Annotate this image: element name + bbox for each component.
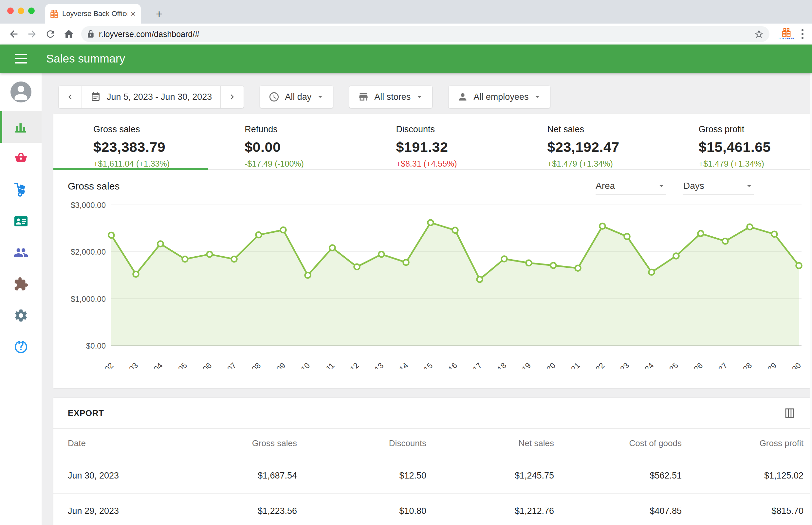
back-icon[interactable] xyxy=(6,27,21,41)
sidebar-item-account[interactable] xyxy=(0,73,42,111)
sidebar-item-customers[interactable] xyxy=(0,206,42,237)
maximize-window-button[interactable] xyxy=(28,7,35,14)
sidebar-item-employees[interactable] xyxy=(0,237,42,268)
export-button[interactable]: EXPORT xyxy=(68,408,104,418)
data-point[interactable] xyxy=(551,262,556,268)
data-point[interactable] xyxy=(109,232,114,238)
data-point[interactable] xyxy=(502,256,507,262)
x-axis-tick: Jun 28 xyxy=(730,361,753,369)
table-row[interactable]: Jun 30, 2023 $1,687.54 $12.50 $1,245.75 … xyxy=(53,458,810,494)
menu-icon[interactable] xyxy=(0,54,42,63)
stat-label: Net sales xyxy=(547,124,655,135)
data-point[interactable] xyxy=(133,271,139,277)
col-header-net-sales[interactable]: Net sales xyxy=(426,438,554,448)
stat-value: $23,383.79 xyxy=(93,139,201,155)
data-point[interactable] xyxy=(158,241,163,247)
browser-toolbar: r.loyverse.com/dashboard/# LOYVERSE xyxy=(0,24,812,45)
data-point[interactable] xyxy=(354,264,360,270)
col-header-gross-profit[interactable]: Gross profit xyxy=(682,438,803,448)
loyverse-extension-icon[interactable]: LOYVERSE xyxy=(778,28,795,40)
date-range-button[interactable]: Jun 5, 2023 - Jun 30, 2023 xyxy=(82,86,221,108)
browser-menu-icon[interactable] xyxy=(801,29,803,39)
col-header-discounts[interactable]: Discounts xyxy=(297,438,426,448)
sidebar-item-reports[interactable] xyxy=(0,111,42,143)
data-point[interactable] xyxy=(723,238,728,244)
cell-date: Jun 30, 2023 xyxy=(68,471,195,481)
sidebar-item-apps[interactable] xyxy=(0,268,42,300)
stat-net-sales[interactable]: Net sales $23,192.47 +$1.479 (+1.34%) xyxy=(507,114,659,169)
tab-close-icon[interactable]: × xyxy=(131,9,135,19)
data-point[interactable] xyxy=(428,220,433,226)
data-point[interactable] xyxy=(747,224,753,230)
data-point[interactable] xyxy=(305,273,311,278)
data-point[interactable] xyxy=(796,263,802,268)
data-point[interactable] xyxy=(575,266,581,271)
cell-gross-sales: $1,687.54 xyxy=(195,471,297,481)
x-axis-tick: Jun 29 xyxy=(755,361,778,369)
close-window-button[interactable] xyxy=(7,7,14,14)
chevron-down-icon xyxy=(533,93,542,101)
forward-icon[interactable] xyxy=(25,27,39,41)
sidebar-item-help[interactable] xyxy=(0,331,42,363)
sidebar-item-items[interactable] xyxy=(0,143,42,174)
hand-truck-icon xyxy=(13,182,29,197)
bookmark-star-icon[interactable] xyxy=(754,29,764,39)
people-icon xyxy=(13,245,29,260)
home-icon[interactable] xyxy=(61,27,76,41)
data-point[interactable] xyxy=(526,260,532,266)
x-axis-tick: Jun 12 xyxy=(338,361,360,369)
data-point[interactable] xyxy=(330,245,335,251)
minimize-window-button[interactable] xyxy=(18,7,24,14)
gear-icon xyxy=(13,308,29,323)
data-point[interactable] xyxy=(624,234,630,239)
data-point[interactable] xyxy=(477,276,483,282)
reload-icon[interactable] xyxy=(43,27,58,41)
time-filter-dropdown[interactable]: All day xyxy=(260,86,333,108)
data-point[interactable] xyxy=(772,231,777,237)
employee-filter-dropdown[interactable]: All employees xyxy=(448,86,550,108)
x-axis-tick: Jun 02 xyxy=(92,361,115,369)
data-point[interactable] xyxy=(281,227,286,233)
data-point[interactable] xyxy=(232,256,237,262)
stat-gross-sales[interactable]: Gross sales $23,383.79 +$1,611.04 (+1.33… xyxy=(53,114,205,169)
tab-title: Loyverse Back Office xyxy=(62,10,127,18)
table-row[interactable]: Jun 29, 2023 $1,223.56 $10.80 $1,212.76 … xyxy=(53,494,810,525)
address-bar[interactable]: r.loyverse.com/dashboard/# xyxy=(81,26,769,42)
data-point[interactable] xyxy=(453,227,458,233)
date-range-picker: Jun 5, 2023 - Jun 30, 2023 xyxy=(59,86,243,108)
data-point[interactable] xyxy=(207,251,212,257)
sidebar-item-inventory[interactable] xyxy=(0,174,42,206)
data-point[interactable] xyxy=(182,256,188,262)
col-header-cost-of-goods[interactable]: Cost of goods xyxy=(554,438,682,448)
x-axis-tick: Jun 04 xyxy=(141,361,164,369)
store-filter-dropdown[interactable]: All stores xyxy=(349,86,432,108)
stat-gross-profit[interactable]: Gross profit $15,461.65 +$1.479 (+1.34%) xyxy=(659,114,810,169)
stat-discounts[interactable]: Discounts $191.32 +$8.31 (+4.55%) xyxy=(356,114,507,169)
data-point[interactable] xyxy=(674,253,679,258)
data-point[interactable] xyxy=(256,232,262,238)
x-axis-tick: Jun 20 xyxy=(534,361,557,369)
data-point[interactable] xyxy=(649,269,654,275)
table-header-row: Date Gross sales Discounts Net sales Cos… xyxy=(53,429,810,458)
date-next-button[interactable] xyxy=(221,86,243,108)
columns-icon[interactable] xyxy=(784,407,796,419)
data-point[interactable] xyxy=(379,251,384,257)
chart-interval-select[interactable]: Days xyxy=(683,177,754,194)
data-point[interactable] xyxy=(600,223,605,229)
gross-sales-area-chart[interactable]: $3,000.00$2,000.00$1,000.00$0.00Jun 02Ju… xyxy=(67,201,804,369)
scrollbar[interactable] xyxy=(810,45,812,525)
col-header-date[interactable]: Date xyxy=(68,438,195,448)
date-prev-button[interactable] xyxy=(59,86,82,108)
data-point[interactable] xyxy=(403,259,409,265)
new-tab-button[interactable]: + xyxy=(151,6,167,21)
chart-type-select[interactable]: Area xyxy=(595,177,666,194)
sidebar xyxy=(0,73,42,525)
data-point[interactable] xyxy=(698,231,704,236)
sidebar-item-settings[interactable] xyxy=(0,300,42,331)
stat-label: Discounts xyxy=(396,124,504,135)
browser-tab[interactable]: Loyverse Back Office × xyxy=(45,4,141,24)
stat-refunds[interactable]: Refunds $0.00 -$17.49 (-100%) xyxy=(205,114,356,169)
basket-icon xyxy=(13,151,29,166)
col-header-gross-sales[interactable]: Gross sales xyxy=(195,438,297,448)
x-axis-tick: Jun 06 xyxy=(190,361,213,369)
